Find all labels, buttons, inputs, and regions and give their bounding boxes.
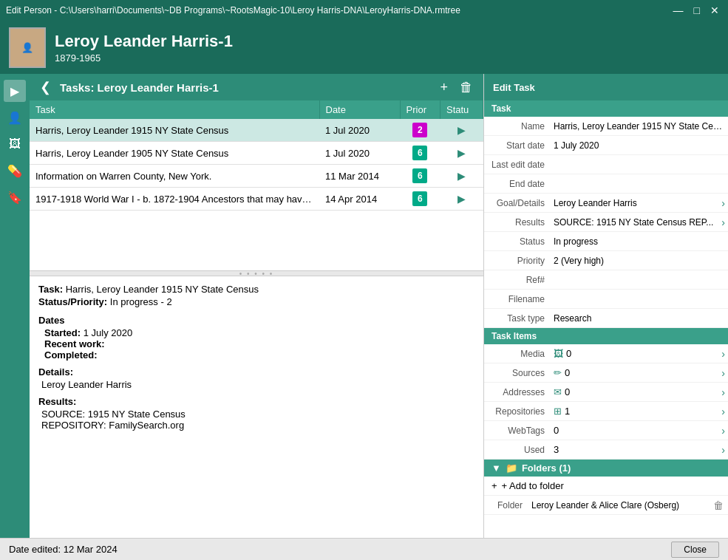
sidebar-bookmark-button[interactable]: 🔖 <box>4 186 26 208</box>
minimize-button[interactable]: — <box>670 4 687 16</box>
person-name: Leroy Leander Harris-1 <box>55 32 233 51</box>
goal-details-arrow-icon[interactable]: › <box>718 197 728 209</box>
status-cell: ▶ <box>440 165 483 188</box>
media-arrow-icon[interactable]: › <box>718 348 728 360</box>
sources-label: Sources <box>484 365 551 381</box>
delete-task-button[interactable]: 🗑 <box>457 80 476 95</box>
status-priority-label: Status/Priority: <box>38 296 107 307</box>
repositories-arrow-icon[interactable]: › <box>718 406 728 417</box>
main-layout: ▶ 👤 🖼 💊 🔖 ❮ Tasks: Leroy Leander Harris-… <box>0 74 728 538</box>
date-cell: 1 Jul 2020 <box>319 142 400 165</box>
results-field-row: Results SOURCE: 1915 NY State Census REP… <box>484 213 728 232</box>
priority-cell: 2 <box>400 119 440 142</box>
started-line: Started: 1 July 2020 <box>44 327 474 338</box>
sources-value-container: ✏ 0 <box>551 364 718 381</box>
goal-details-field-row: Goal/Details Leroy Leander Harris › <box>484 194 728 213</box>
used-arrow-icon[interactable]: › <box>718 444 728 456</box>
media-label: Media <box>484 346 551 362</box>
person-dates: 1879-1965 <box>55 52 233 64</box>
sources-count: 0 <box>565 367 570 378</box>
sidebar-play-button[interactable]: ▶ <box>4 80 26 102</box>
status-icon: ▶ <box>457 193 466 205</box>
priority-cell: 6 <box>400 165 440 188</box>
table-row[interactable]: Harris, Leroy Leander 1915 NY State Cens… <box>30 119 483 142</box>
close-button[interactable]: Close <box>671 542 719 558</box>
task-table: Task Date Prior Statu Harris, Leroy Lean… <box>30 100 483 211</box>
used-value-container: 3 <box>551 441 718 458</box>
goal-details-value: Leroy Leander Harris <box>551 195 718 211</box>
right-panel: Edit Task Task Name Harris, Leroy Leande… <box>484 74 728 538</box>
priority-label: Priority <box>484 253 551 269</box>
end-date-label: End date <box>484 176 551 192</box>
status-cell: ▶ <box>440 119 483 142</box>
task-items-section-header: Task Items <box>484 328 728 344</box>
sidebar: ▶ 👤 🖼 💊 🔖 <box>0 74 30 538</box>
name-field-row: Name Harris, Leroy Leander 1915 NY State… <box>484 117 728 136</box>
add-task-button[interactable]: + <box>437 80 451 95</box>
table-row[interactable]: 1917-1918 World War I - b. 1872-1904 Anc… <box>30 188 483 211</box>
status-cell: ▶ <box>440 142 483 165</box>
drag-handle[interactable]: • • • • • <box>30 270 483 276</box>
addresses-row: Addresses ✉ 0 › <box>484 383 728 402</box>
table-row[interactable]: Harris, Leroy Leander 1905 NY State Cens… <box>30 142 483 165</box>
date-cell: 1 Jul 2020 <box>319 119 400 142</box>
results-arrow-icon[interactable]: › <box>718 216 728 228</box>
task-label: Task: <box>38 284 63 295</box>
refnum-value <box>551 277 728 283</box>
add-folder-plus-icon: + <box>491 480 497 491</box>
status-priority-value: In progress - 2 <box>110 296 172 307</box>
status-field-row: Status In progress <box>484 232 728 251</box>
sidebar-health-button[interactable]: 💊 <box>4 160 26 182</box>
goal-details-label: Goal/Details <box>484 195 551 211</box>
results-line1: SOURCE: 1915 NY State Census <box>38 409 474 420</box>
title-bar-controls: — □ ✕ <box>670 4 722 16</box>
task-table-container: Task Date Prior Statu Harris, Leroy Lean… <box>30 100 483 270</box>
status-icon: ▶ <box>457 147 466 159</box>
recent-work-label: Recent work: <box>44 338 105 349</box>
name-value: Harris, Leroy Leander 1915 NY State Cens… <box>551 118 728 134</box>
table-row[interactable]: Information on Warren County, New York.1… <box>30 165 483 188</box>
last-edit-date-field-row: Last edit date <box>484 155 728 174</box>
task-type-field-row: Task type Research <box>484 309 728 328</box>
sidebar-person-button[interactable]: 👤 <box>4 106 26 129</box>
repositories-label: Repositories <box>484 403 551 420</box>
table-header-row: Task Date Prior Statu <box>30 100 483 119</box>
col-task: Task <box>30 100 319 119</box>
media-row: Media 🖼 0 › <box>484 344 728 363</box>
sources-arrow-icon[interactable]: › <box>718 367 728 379</box>
results-line2: REPOSITORY: FamilySearch.org <box>38 420 474 431</box>
sidebar-media-button[interactable]: 🖼 <box>4 133 26 155</box>
completed-label: Completed: <box>44 349 98 361</box>
webtags-value-container: 0 <box>551 422 718 439</box>
maximize-button[interactable]: □ <box>691 4 703 16</box>
folders-collapse-icon[interactable]: ▼ <box>491 462 501 474</box>
last-edit-date-value <box>551 162 728 168</box>
start-date-field-row: Start date 1 July 2020 <box>484 136 728 155</box>
col-date: Date <box>319 100 400 119</box>
folders-label: Folders (1) <box>522 462 571 474</box>
results-section-title: Results: <box>38 396 474 407</box>
status-label: Status <box>484 233 551 250</box>
folders-folder-icon: 📁 <box>506 462 517 474</box>
dates-block: Started: 1 July 2020 Recent work: Comple… <box>38 327 474 361</box>
edit-task-header: Edit Task <box>484 74 728 100</box>
folder-delete-icon[interactable]: 🗑 <box>709 499 728 511</box>
webtags-row: WebTags 0 › <box>484 421 728 440</box>
task-name-line: Task: Harris, Leroy Leander 1915 NY Stat… <box>38 284 474 295</box>
last-edit-date-label: Last edit date <box>484 157 551 173</box>
priority-cell: 6 <box>400 188 440 211</box>
addresses-arrow-icon[interactable]: › <box>718 386 728 398</box>
folders-section-header: ▼ 📁 Folders (1) <box>484 460 728 477</box>
close-window-button[interactable]: ✕ <box>707 4 722 16</box>
task-section-header: Task <box>484 100 728 117</box>
col-prior: Prior <box>400 100 440 119</box>
webtags-arrow-icon[interactable]: › <box>718 425 728 437</box>
person-header: 👤 Leroy Leander Harris-1 1879-1965 <box>0 21 728 74</box>
task-cell: Harris, Leroy Leander 1915 NY State Cens… <box>30 119 319 142</box>
task-cell: Information on Warren County, New York. <box>30 165 319 188</box>
status-value: In progress <box>551 233 728 250</box>
back-button[interactable]: ❮ <box>37 79 54 95</box>
media-count: 0 <box>566 348 571 359</box>
add-folder-row[interactable]: + + Add to folder <box>484 477 728 496</box>
task-name-value: Harris, Leroy Leander 1915 NY State Cens… <box>66 284 259 295</box>
